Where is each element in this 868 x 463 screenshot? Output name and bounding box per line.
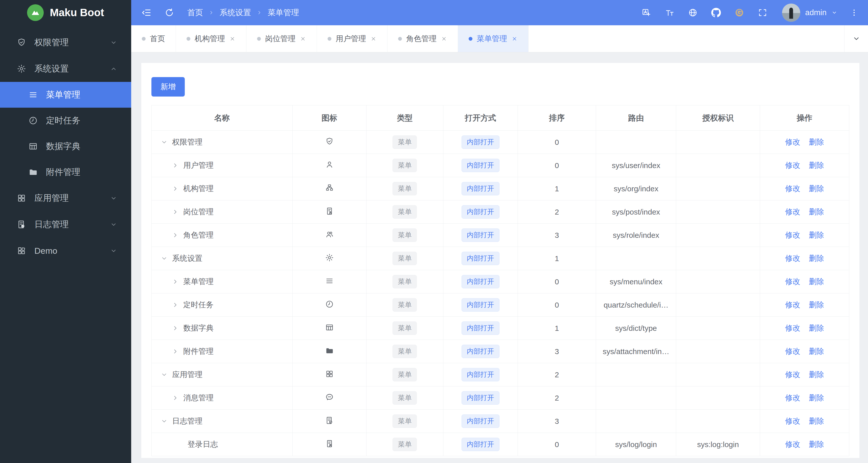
refresh-icon[interactable] (164, 8, 174, 18)
sidebar-item-1[interactable]: 系统设置 (0, 56, 131, 82)
close-icon[interactable] (441, 36, 447, 42)
cell-open-type: 内部打开 (443, 387, 518, 410)
kebab-menu-icon[interactable] (850, 8, 858, 17)
tab-5[interactable]: 菜单管理 (458, 25, 529, 52)
sidebar-item-4[interactable]: Demo (0, 238, 131, 264)
edit-link[interactable]: 修改 (785, 347, 800, 355)
breadcrumb-item[interactable]: 菜单管理 (268, 7, 299, 18)
delete-link[interactable]: 删除 (809, 324, 824, 332)
cell-auth (676, 177, 760, 200)
cell-type: 菜单 (367, 131, 443, 154)
chevron-right-icon[interactable] (172, 185, 179, 192)
sidebar-item-0[interactable]: 权限管理 (0, 29, 131, 56)
delete-link[interactable]: 删除 (809, 254, 824, 262)
type-badge: 菜单 (393, 391, 417, 405)
edit-link[interactable]: 修改 (785, 324, 800, 332)
chevron-down-icon[interactable] (161, 139, 167, 146)
delete-link[interactable]: 删除 (809, 277, 824, 286)
delete-link[interactable]: 删除 (809, 347, 824, 355)
edit-link[interactable]: 修改 (785, 417, 800, 425)
sidebar-subitem-1-2[interactable]: 数据字典 (0, 133, 131, 159)
fullscreen-icon[interactable] (758, 8, 767, 18)
edit-link[interactable]: 修改 (785, 138, 800, 146)
chevron-right-icon[interactable] (172, 162, 179, 169)
cell-icon (292, 247, 367, 270)
edit-link[interactable]: 修改 (785, 254, 800, 262)
chevron-down-icon[interactable] (161, 255, 167, 262)
font-size-icon[interactable] (665, 8, 674, 18)
close-icon[interactable] (370, 36, 377, 42)
close-icon[interactable] (512, 36, 518, 42)
cell-name: 角色管理 (152, 224, 293, 247)
cell-type: 菜单 (367, 363, 443, 387)
cell-actions: 修改 删除 (760, 387, 849, 410)
github-icon[interactable] (711, 8, 721, 18)
delete-link[interactable]: 删除 (809, 394, 824, 402)
breadcrumb-item[interactable]: 系统设置 (220, 7, 251, 18)
edit-link[interactable]: 修改 (785, 301, 800, 309)
edit-link[interactable]: 修改 (785, 184, 800, 193)
chevron-right-icon[interactable] (172, 348, 179, 355)
chevron-right-icon[interactable] (172, 325, 179, 332)
topbar: 首页系统设置菜单管理 admin (131, 0, 868, 25)
id-card-icon (325, 439, 334, 448)
add-button[interactable]: 新增 (151, 77, 185, 96)
edit-link[interactable]: 修改 (785, 277, 800, 286)
chevron-down-icon[interactable] (161, 418, 167, 425)
tab-0[interactable]: 首页 (131, 25, 176, 52)
chevron-right-icon[interactable] (172, 278, 179, 285)
delete-link[interactable]: 删除 (809, 440, 824, 448)
edit-link[interactable]: 修改 (785, 161, 800, 169)
delete-link[interactable]: 删除 (809, 184, 824, 193)
tab-4[interactable]: 角色管理 (388, 25, 458, 52)
chevron-right-icon[interactable] (172, 395, 179, 401)
sidebar-subitem-1-1[interactable]: 定时任务 (0, 108, 131, 133)
delete-link[interactable]: 删除 (809, 208, 824, 216)
delete-link[interactable]: 删除 (809, 231, 824, 239)
edit-link[interactable]: 修改 (785, 394, 800, 402)
delete-link[interactable]: 删除 (809, 370, 824, 379)
table-row: 附件管理 菜单 内部打开 3 sys/attachment/in… 修改 删除 (152, 340, 849, 363)
sidebar-subitem-1-0[interactable]: 菜单管理 (0, 82, 131, 108)
sidebar-subitem-1-3[interactable]: 附件管理 (0, 159, 131, 185)
globe-icon[interactable] (688, 8, 698, 18)
edit-link[interactable]: 修改 (785, 440, 800, 448)
table-row: 机构管理 菜单 内部打开 1 sys/org/index 修改 删除 (152, 177, 849, 200)
menu-name: 日志管理 (172, 416, 203, 426)
type-badge: 菜单 (393, 252, 417, 265)
translate-icon[interactable] (642, 8, 651, 18)
edit-link[interactable]: 修改 (785, 208, 800, 216)
tab-list-dropdown[interactable] (844, 25, 868, 52)
chevron-down-icon[interactable] (161, 371, 167, 378)
sidebar-item-2[interactable]: 应用管理 (0, 185, 131, 211)
close-icon[interactable] (229, 36, 236, 42)
menu-name: 菜单管理 (183, 276, 214, 287)
open-type-badge: 内部打开 (462, 159, 499, 172)
chevron-right-icon[interactable] (172, 302, 179, 308)
chevron-right-icon[interactable] (172, 209, 179, 215)
tab-3[interactable]: 用户管理 (317, 25, 388, 52)
gitee-icon[interactable] (735, 8, 744, 18)
breadcrumb-item[interactable]: 首页 (187, 7, 203, 18)
cell-icon (292, 410, 367, 433)
sidebar-item-3[interactable]: 日志管理 (0, 211, 131, 238)
gear-icon (325, 253, 334, 262)
delete-link[interactable]: 删除 (809, 161, 824, 169)
close-icon[interactable] (300, 36, 306, 42)
delete-link[interactable]: 删除 (809, 138, 824, 146)
cell-route (596, 247, 676, 270)
delete-link[interactable]: 删除 (809, 417, 824, 425)
cell-sort: 3 (518, 340, 596, 363)
tab-1[interactable]: 机构管理 (176, 25, 246, 52)
cell-auth: sys:log:login (676, 433, 760, 456)
user-menu[interactable]: admin (782, 3, 837, 22)
chevron-right-icon[interactable] (172, 232, 179, 239)
cell-sort: 2 (518, 200, 596, 224)
delete-link[interactable]: 删除 (809, 301, 824, 309)
cell-actions: 修改 删除 (760, 224, 849, 247)
edit-link[interactable]: 修改 (785, 370, 800, 379)
edit-link[interactable]: 修改 (785, 231, 800, 239)
collapse-sidebar-icon[interactable] (141, 7, 151, 18)
cell-name: 机构管理 (152, 177, 293, 200)
tab-2[interactable]: 岗位管理 (246, 25, 317, 52)
